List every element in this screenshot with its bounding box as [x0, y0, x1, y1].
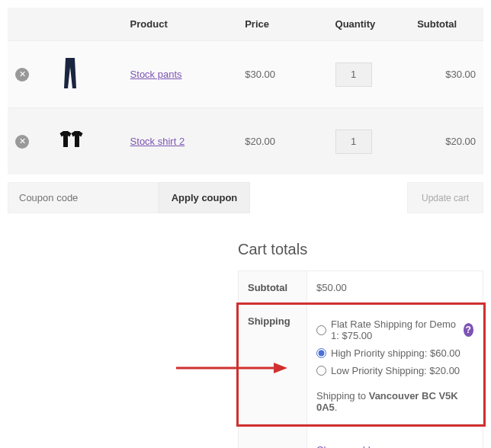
totals-table: Subtotal $50.00 Shipping Flat Rate Shipp…: [238, 270, 483, 448]
subtotal-value: $50.00: [307, 271, 483, 305]
coupon-code-input[interactable]: [8, 182, 159, 213]
product-thumbnail[interactable]: [49, 108, 123, 175]
quantity-input[interactable]: [335, 62, 372, 87]
product-thumbnail[interactable]: [49, 41, 123, 108]
shipping-option-label: Low Priority Shipping: $20.00: [331, 365, 460, 376]
shipping-radio[interactable]: [316, 325, 326, 335]
item-price: $30.00: [237, 41, 327, 108]
shipping-radio[interactable]: [316, 348, 326, 358]
quantity-input[interactable]: [335, 130, 372, 154]
svg-marker-1: [274, 363, 287, 373]
help-icon[interactable]: ?: [464, 323, 473, 337]
remove-item-button[interactable]: ✕: [15, 135, 29, 149]
shipping-radio[interactable]: [316, 366, 326, 376]
shipping-option[interactable]: Flat Rate Shipping for Demo 1: $75.00 ?: [316, 315, 473, 344]
update-cart-button[interactable]: Update cart: [407, 182, 483, 213]
col-quantity: Quantity: [328, 8, 410, 41]
col-remove: [8, 8, 49, 41]
annotation-arrow-icon: [173, 360, 287, 376]
cart-totals-heading: Cart totals: [238, 241, 483, 258]
col-price: Price: [237, 8, 327, 41]
cart-actions: Apply coupon Update cart: [8, 182, 483, 213]
cart-row: ✕ Stock shirt 2 $20.00 $20.00: [8, 108, 483, 175]
cart-totals: Cart totals Subtotal $50.00 Shipping Fla…: [238, 241, 483, 448]
col-thumb: [49, 8, 123, 41]
shipping-option-label: High Priority shipping: $60.00: [331, 347, 461, 359]
change-address-spacer: [239, 424, 307, 449]
item-subtotal: $20.00: [409, 108, 483, 175]
shipping-destination: Shipping to Vancouver BC V5K 0A5.: [316, 390, 473, 413]
item-subtotal: $30.00: [409, 41, 483, 108]
cart-table: Product Price Quantity Subtotal ✕ Stock …: [8, 8, 483, 174]
shipping-option-label: Flat Rate Shipping for Demo 1: $75.00: [331, 318, 457, 341]
change-address-link[interactable]: Change address: [316, 444, 389, 448]
product-link[interactable]: Stock shirt 2: [130, 136, 185, 147]
col-subtotal: Subtotal: [409, 8, 483, 41]
shipping-row: Shipping Flat Rate Shipping for Demo 1: …: [239, 305, 483, 424]
item-price: $20.00: [237, 108, 327, 175]
remove-item-button[interactable]: ✕: [15, 68, 29, 82]
apply-coupon-button[interactable]: Apply coupon: [159, 182, 250, 213]
product-link[interactable]: Stock pants: [130, 69, 182, 80]
cart-row: ✕ Stock pants $30.00 $30.00: [8, 41, 483, 108]
shipping-option[interactable]: High Priority shipping: $60.00: [316, 344, 473, 362]
shipping-option[interactable]: Low Priority Shipping: $20.00: [316, 362, 473, 379]
col-product: Product: [123, 8, 238, 41]
subtotal-label: Subtotal: [239, 271, 307, 305]
